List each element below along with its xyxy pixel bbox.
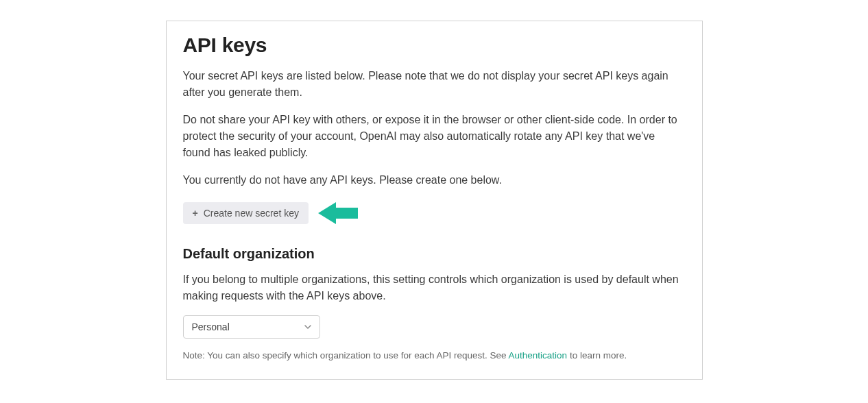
create-secret-key-button[interactable]: + Create new secret key [183,202,309,224]
note-suffix: to learn more. [567,350,627,361]
organization-selected-value: Personal [192,321,230,332]
page-title: API keys [183,34,686,57]
create-key-row: + Create new secret key [183,199,686,227]
organization-select[interactable]: Personal [183,315,320,339]
authentication-link[interactable]: Authentication [509,350,568,361]
default-organization-heading: Default organization [183,246,686,262]
api-keys-panel: API keys Your secret API keys are listed… [166,21,703,380]
note-prefix: Note: You can also specify which organiz… [183,350,509,361]
default-org-description: If you belong to multiple organizations,… [183,271,686,304]
pointer-arrow-icon [317,199,361,227]
org-note: Note: You can also specify which organiz… [183,350,686,363]
create-button-label: Create new secret key [204,208,299,219]
svg-marker-0 [318,202,358,224]
organization-select-wrap: Personal [183,315,320,339]
empty-state-text: You currently do not have any API keys. … [183,172,686,188]
intro-paragraph-1: Your secret API keys are listed below. P… [183,68,686,101]
chevron-down-icon [304,323,312,331]
intro-paragraph-2: Do not share your API key with others, o… [183,112,686,161]
plus-icon: + [193,208,198,219]
